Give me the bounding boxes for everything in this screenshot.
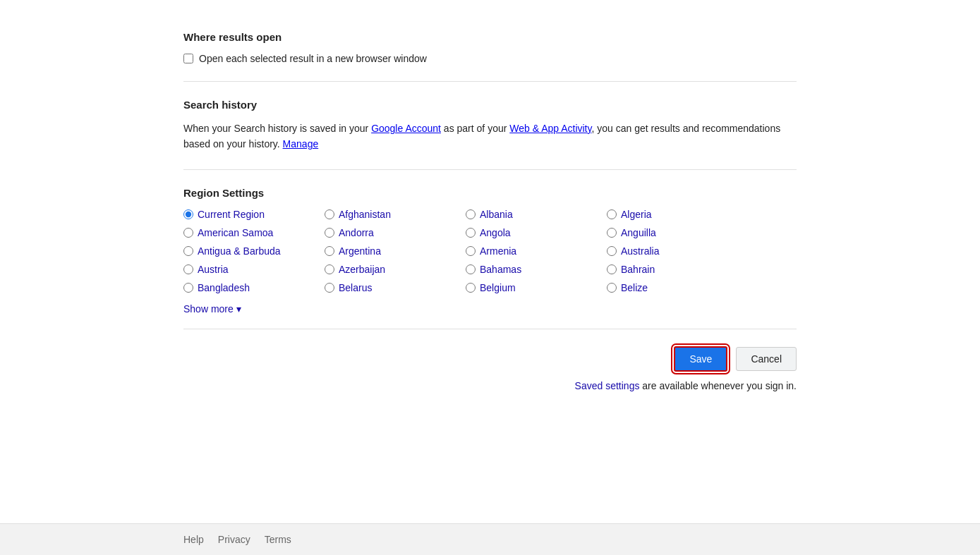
new-window-checkbox[interactable] bbox=[183, 54, 193, 63]
saved-settings-text: Saved settings are available whenever yo… bbox=[183, 380, 797, 391]
search-history-description: When your Search history is saved in you… bbox=[183, 121, 797, 152]
search-history-section: Search history When your Search history … bbox=[183, 82, 797, 170]
region-radio-armenia[interactable] bbox=[466, 246, 476, 256]
region-option-australia[interactable]: Australia bbox=[607, 245, 748, 257]
cancel-button[interactable]: Cancel bbox=[736, 347, 797, 371]
region-option-bahrain[interactable]: Bahrain bbox=[607, 264, 748, 275]
region-radio-algeria[interactable] bbox=[607, 209, 617, 219]
region-radio-antigua[interactable] bbox=[183, 246, 193, 256]
region-option-armenia[interactable]: Armenia bbox=[466, 245, 607, 257]
region-radio-american-samoa[interactable] bbox=[183, 228, 193, 238]
region-label-angola: Angola bbox=[480, 227, 511, 238]
search-history-text-1: When your Search history is saved in you… bbox=[183, 123, 371, 134]
region-settings-section: Region Settings Current Region Afghanist… bbox=[183, 170, 797, 403]
region-label-bahamas: Bahamas bbox=[480, 264, 521, 275]
region-label-armenia: Armenia bbox=[480, 245, 516, 257]
region-radio-belize[interactable] bbox=[607, 283, 617, 293]
region-label-albania: Albania bbox=[480, 209, 513, 220]
region-label-bahrain: Bahrain bbox=[621, 264, 655, 275]
region-radio-afghanistan[interactable] bbox=[325, 209, 334, 219]
saved-settings-link[interactable]: Saved settings bbox=[575, 380, 640, 391]
region-option-azerbaijan[interactable]: Azerbaijan bbox=[325, 264, 466, 275]
show-more-link[interactable]: Show more ▾ bbox=[183, 303, 241, 315]
region-label-azerbaijan: Azerbaijan bbox=[339, 264, 385, 275]
where-results-open-title: Where results open bbox=[183, 31, 797, 43]
region-radio-andorra[interactable] bbox=[325, 228, 334, 238]
region-option-andorra[interactable]: Andorra bbox=[325, 227, 466, 238]
google-account-link[interactable]: Google Account bbox=[371, 123, 441, 134]
region-option-bahamas[interactable]: Bahamas bbox=[466, 264, 607, 275]
region-option-american-samoa[interactable]: American Samoa bbox=[183, 227, 325, 238]
web-app-activity-link[interactable]: Web & App Activity bbox=[509, 123, 591, 134]
region-label-belize: Belize bbox=[621, 282, 648, 293]
search-history-text-2: as part of your bbox=[441, 123, 509, 134]
region-option-belgium[interactable]: Belgium bbox=[466, 282, 607, 293]
region-option-anguilla[interactable]: Anguilla bbox=[607, 227, 748, 238]
region-label-bangladesh: Bangladesh bbox=[198, 282, 250, 293]
region-label-belgium: Belgium bbox=[480, 282, 516, 293]
region-radio-bahrain[interactable] bbox=[607, 264, 617, 274]
region-label-algeria: Algeria bbox=[621, 209, 652, 220]
saved-settings-suffix: are available whenever you sign in. bbox=[639, 380, 797, 391]
region-radio-bahamas[interactable] bbox=[466, 264, 476, 274]
region-label-belarus: Belarus bbox=[339, 282, 372, 293]
region-radio-angola[interactable] bbox=[466, 228, 476, 238]
save-button[interactable]: Save bbox=[674, 346, 727, 372]
region-radio-albania[interactable] bbox=[466, 209, 476, 219]
region-label-andorra: Andorra bbox=[339, 227, 374, 238]
footer-help-link[interactable]: Help bbox=[183, 534, 204, 545]
region-option-algeria[interactable]: Algeria bbox=[607, 209, 748, 220]
region-radio-belarus[interactable] bbox=[325, 283, 334, 293]
region-label-austria: Austria bbox=[198, 264, 229, 275]
region-radio-argentina[interactable] bbox=[325, 246, 334, 256]
search-history-title: Search history bbox=[183, 99, 797, 111]
region-radio-bangladesh[interactable] bbox=[183, 283, 193, 293]
region-label-afghanistan: Afghanistan bbox=[339, 209, 391, 220]
region-option-angola[interactable]: Angola bbox=[466, 227, 607, 238]
region-option-antigua[interactable]: Antigua & Barbuda bbox=[183, 245, 325, 257]
region-radio-current[interactable] bbox=[183, 209, 193, 219]
region-option-afghanistan[interactable]: Afghanistan bbox=[325, 209, 466, 220]
show-more-arrow-icon: ▾ bbox=[236, 303, 241, 315]
footer: Help Privacy Terms bbox=[0, 523, 980, 555]
region-option-belize[interactable]: Belize bbox=[607, 282, 748, 293]
region-radio-azerbaijan[interactable] bbox=[325, 264, 334, 274]
region-radio-austria[interactable] bbox=[183, 264, 193, 274]
region-label-antigua: Antigua & Barbuda bbox=[198, 245, 281, 257]
actions-row: Save Cancel bbox=[183, 329, 797, 377]
region-option-argentina[interactable]: Argentina bbox=[325, 245, 466, 257]
region-radio-anguilla[interactable] bbox=[607, 228, 617, 238]
region-option-albania[interactable]: Albania bbox=[466, 209, 607, 220]
region-label-anguilla: Anguilla bbox=[621, 227, 656, 238]
region-option-bangladesh[interactable]: Bangladesh bbox=[183, 282, 325, 293]
footer-privacy-link[interactable]: Privacy bbox=[218, 534, 250, 545]
region-settings-title: Region Settings bbox=[183, 187, 797, 199]
region-option-current[interactable]: Current Region bbox=[183, 209, 325, 220]
footer-terms-link[interactable]: Terms bbox=[265, 534, 291, 545]
region-label-argentina: Argentina bbox=[339, 245, 381, 257]
region-radio-belgium[interactable] bbox=[466, 283, 476, 293]
manage-link[interactable]: Manage bbox=[283, 138, 319, 150]
region-label-australia: Australia bbox=[621, 245, 659, 257]
where-results-open-section: Where results open Open each selected re… bbox=[183, 14, 797, 82]
region-grid: Current Region Afghanistan Albania Alger… bbox=[183, 209, 797, 293]
region-label-current: Current Region bbox=[198, 209, 265, 220]
region-option-belarus[interactable]: Belarus bbox=[325, 282, 466, 293]
new-window-label: Open each selected result in a new brows… bbox=[199, 53, 427, 64]
new-window-checkbox-label[interactable]: Open each selected result in a new brows… bbox=[183, 53, 797, 64]
region-radio-australia[interactable] bbox=[607, 246, 617, 256]
region-option-austria[interactable]: Austria bbox=[183, 264, 325, 275]
region-label-american-samoa: American Samoa bbox=[198, 227, 273, 238]
show-more-label: Show more bbox=[183, 303, 234, 315]
